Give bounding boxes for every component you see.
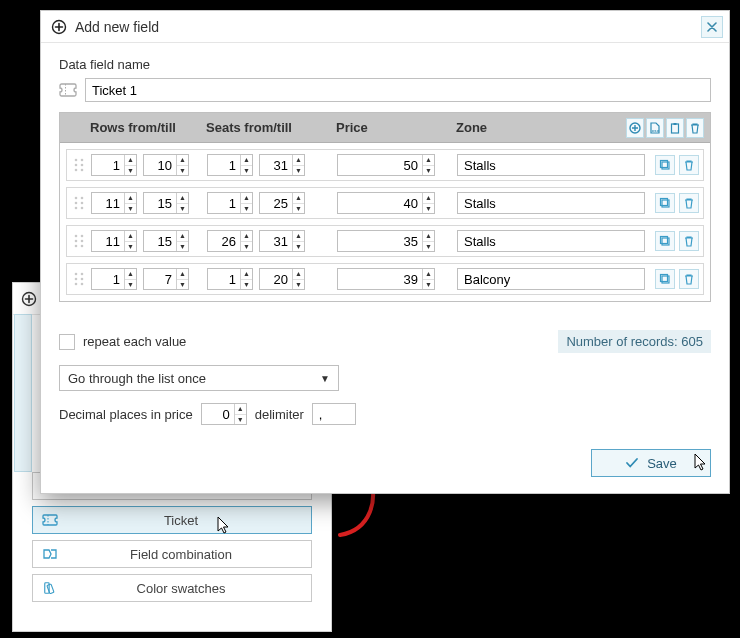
step-up[interactable]: ▲ — [423, 269, 434, 280]
seat-till-stepper-input[interactable] — [260, 155, 292, 175]
step-up[interactable]: ▲ — [125, 193, 136, 204]
row-from-stepper-input[interactable] — [92, 269, 124, 289]
step-down[interactable]: ▼ — [125, 242, 136, 252]
seat-till-stepper[interactable]: ▲▼ — [259, 230, 305, 252]
row-till-stepper[interactable]: ▲▼ — [143, 192, 189, 214]
step-down[interactable]: ▼ — [125, 204, 136, 214]
import-csv-button[interactable]: csv — [646, 118, 664, 138]
row-from-stepper-input[interactable] — [92, 193, 124, 213]
row-from-stepper-input[interactable] — [92, 155, 124, 175]
seat-till-stepper[interactable]: ▲▼ — [259, 192, 305, 214]
zone-input[interactable] — [457, 154, 645, 176]
row-from-stepper[interactable]: ▲▼ — [91, 192, 137, 214]
add-row-button[interactable] — [626, 118, 644, 138]
zone-input[interactable] — [457, 268, 645, 290]
zone-input[interactable] — [457, 192, 645, 214]
duplicate-row-button[interactable] — [655, 193, 675, 213]
seat-from-stepper[interactable]: ▲▼ — [207, 154, 253, 176]
price-stepper[interactable]: ▲▼ — [337, 154, 435, 176]
price-stepper[interactable]: ▲▼ — [337, 192, 435, 214]
price-stepper-input[interactable] — [338, 231, 422, 251]
zone-input[interactable] — [457, 230, 645, 252]
price-stepper[interactable]: ▲▼ — [337, 230, 435, 252]
step-down[interactable]: ▼ — [241, 204, 252, 214]
step-down[interactable]: ▼ — [177, 242, 188, 252]
step-up[interactable]: ▲ — [177, 193, 188, 204]
step-down[interactable]: ▼ — [293, 280, 304, 290]
step-down[interactable]: ▼ — [293, 166, 304, 176]
seat-from-stepper-input[interactable] — [208, 269, 240, 289]
seat-from-stepper[interactable]: ▲▼ — [207, 268, 253, 290]
delete-row-button[interactable] — [679, 193, 699, 213]
row-from-stepper[interactable]: ▲▼ — [91, 154, 137, 176]
duplicate-row-button[interactable] — [655, 231, 675, 251]
data-field-name-input[interactable] — [85, 78, 711, 102]
delete-row-button[interactable] — [679, 155, 699, 175]
step-up[interactable]: ▲ — [241, 193, 252, 204]
row-till-stepper-input[interactable] — [144, 155, 176, 175]
step-up[interactable]: ▲ — [177, 231, 188, 242]
field-type-field-combination[interactable]: Field combination — [32, 540, 312, 568]
drag-handle-icon[interactable] — [71, 234, 87, 248]
repeat-each-value-checkbox[interactable] — [59, 334, 75, 350]
close-button[interactable] — [701, 16, 723, 38]
step-up[interactable]: ▲ — [125, 231, 136, 242]
field-type-color-swatches[interactable]: Color swatches — [32, 574, 312, 602]
row-from-stepper[interactable]: ▲▼ — [91, 230, 137, 252]
step-down[interactable]: ▼ — [423, 280, 434, 290]
clear-all-button[interactable] — [686, 118, 704, 138]
row-till-stepper[interactable]: ▲▼ — [143, 230, 189, 252]
step-up[interactable]: ▲ — [423, 193, 434, 204]
step-up[interactable]: ▲ — [177, 155, 188, 166]
step-down[interactable]: ▼ — [423, 242, 434, 252]
step-down[interactable]: ▼ — [125, 280, 136, 290]
step-down[interactable]: ▼ — [177, 166, 188, 176]
price-stepper-input[interactable] — [338, 155, 422, 175]
step-up[interactable]: ▲ — [125, 155, 136, 166]
step-up[interactable]: ▲ — [125, 269, 136, 280]
seat-from-stepper-input[interactable] — [208, 193, 240, 213]
duplicate-row-button[interactable] — [655, 155, 675, 175]
step-down[interactable]: ▼ — [241, 166, 252, 176]
step-down[interactable]: ▼ — [423, 166, 434, 176]
seat-till-stepper-input[interactable] — [260, 231, 292, 251]
drag-handle-icon[interactable] — [71, 158, 87, 172]
step-up[interactable]: ▲ — [423, 231, 434, 242]
step-down[interactable]: ▼ — [241, 242, 252, 252]
seat-till-stepper[interactable]: ▲▼ — [259, 154, 305, 176]
row-till-stepper-input[interactable] — [144, 269, 176, 289]
delete-row-button[interactable] — [679, 231, 699, 251]
step-down[interactable]: ▼ — [177, 280, 188, 290]
step-down[interactable]: ▼ — [423, 204, 434, 214]
step-down[interactable]: ▼ — [235, 415, 246, 425]
row-till-stepper-input[interactable] — [144, 231, 176, 251]
drag-handle-icon[interactable] — [71, 196, 87, 210]
seat-from-stepper[interactable]: ▲▼ — [207, 192, 253, 214]
price-stepper-input[interactable] — [338, 193, 422, 213]
seat-till-stepper-input[interactable] — [260, 193, 292, 213]
seat-till-stepper-input[interactable] — [260, 269, 292, 289]
delimiter-input[interactable] — [312, 403, 356, 425]
step-down[interactable]: ▼ — [293, 204, 304, 214]
step-up[interactable]: ▲ — [293, 155, 304, 166]
row-till-stepper[interactable]: ▲▼ — [143, 268, 189, 290]
decimal-places-input[interactable] — [202, 404, 234, 424]
delete-row-button[interactable] — [679, 269, 699, 289]
step-down[interactable]: ▼ — [177, 204, 188, 214]
row-till-stepper-input[interactable] — [144, 193, 176, 213]
step-down[interactable]: ▼ — [241, 280, 252, 290]
paste-button[interactable] — [666, 118, 684, 138]
seat-from-stepper[interactable]: ▲▼ — [207, 230, 253, 252]
row-till-stepper[interactable]: ▲▼ — [143, 154, 189, 176]
step-up[interactable]: ▲ — [293, 231, 304, 242]
step-up[interactable]: ▲ — [293, 193, 304, 204]
row-from-stepper-input[interactable] — [92, 231, 124, 251]
step-down[interactable]: ▼ — [293, 242, 304, 252]
field-type-ticket[interactable]: Ticket — [32, 506, 312, 534]
step-up[interactable]: ▲ — [241, 269, 252, 280]
save-button[interactable]: Save — [591, 449, 711, 477]
step-up[interactable]: ▲ — [177, 269, 188, 280]
step-up[interactable]: ▲ — [423, 155, 434, 166]
decimal-places-stepper[interactable]: ▲▼ — [201, 403, 247, 425]
price-stepper-input[interactable] — [338, 269, 422, 289]
